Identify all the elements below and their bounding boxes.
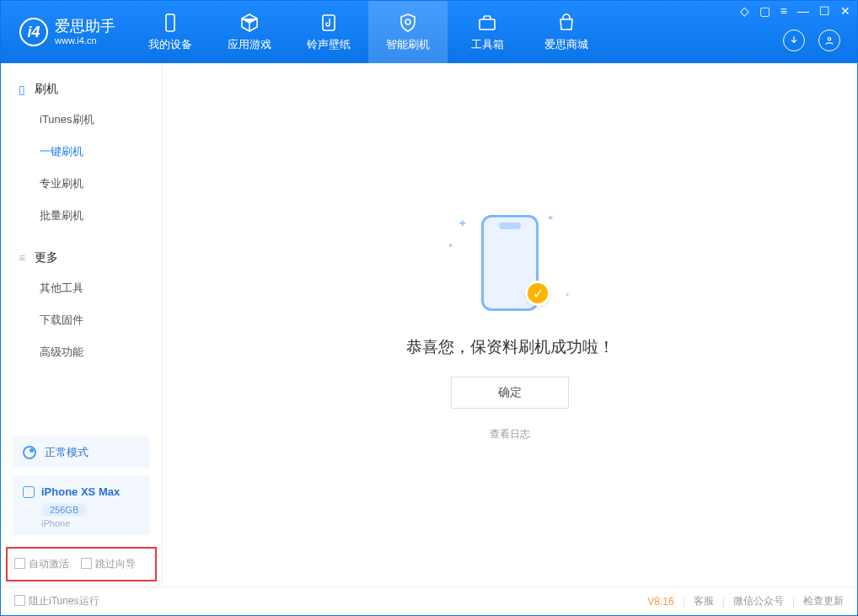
- result-panel: ✦ ✦ ✦ • ✓ 恭喜您，保资料刷机成功啦！ 确定 查看日志: [406, 208, 614, 442]
- tab-apps[interactable]: 应用游戏: [210, 1, 289, 63]
- app-window: i4 爱思助手 www.i4.cn 我的设备 应用游戏 铃声壁纸 智能刷机: [0, 0, 858, 616]
- list-icon: ≡: [16, 252, 28, 264]
- device-capacity: 256GB: [41, 503, 87, 517]
- device-mode[interactable]: 正常模式: [13, 437, 150, 469]
- user-button[interactable]: [818, 29, 840, 51]
- tab-ringtone[interactable]: 铃声壁纸: [289, 1, 368, 63]
- tab-label: 爱思商城: [544, 37, 588, 52]
- sidebar-item-advanced[interactable]: 高级功能: [1, 336, 162, 368]
- ok-button[interactable]: 确定: [451, 377, 569, 409]
- svg-point-4: [828, 38, 831, 41]
- sidebar-status: 正常模式 iPhone XS Max 256GB iPhone: [1, 430, 162, 542]
- app-url: www.i4.cn: [55, 35, 115, 46]
- sidebar-item-other[interactable]: 其他工具: [1, 272, 162, 304]
- svg-rect-0: [166, 14, 174, 31]
- close-button[interactable]: ✕: [840, 4, 850, 18]
- theme-icon[interactable]: ◇: [740, 4, 749, 18]
- menu-icon[interactable]: ≡: [780, 4, 787, 18]
- view-log-link[interactable]: 查看日志: [490, 427, 530, 442]
- shield-icon: [397, 12, 419, 34]
- group-title: 更多: [35, 250, 58, 265]
- music-icon: [318, 12, 340, 34]
- svg-rect-3: [480, 19, 495, 29]
- status-bar: 阻止iTunes运行 V8.16 | 客服 | 微信公众号 | 检查更新: [1, 587, 857, 615]
- auto-activate-checkbox[interactable]: 自动激活: [14, 557, 69, 571]
- support-link[interactable]: 客服: [694, 594, 714, 608]
- app-name: 爱思助手: [55, 19, 115, 35]
- main-content: ✦ ✦ ✦ • ✓ 恭喜您，保资料刷机成功啦！ 确定 查看日志: [163, 63, 857, 587]
- mode-icon: [23, 446, 36, 459]
- device-name: iPhone XS Max: [41, 485, 120, 498]
- app-logo: i4 爱思助手 www.i4.cn: [1, 18, 131, 46]
- success-illustration: ✦ ✦ ✦ • ✓: [442, 208, 577, 318]
- sidebar-item-onekey[interactable]: 一键刷机: [1, 136, 162, 168]
- svg-rect-1: [323, 15, 335, 30]
- window-controls: ◇ ▢ ≡ — ☐ ✕: [740, 4, 850, 18]
- sidebar: ▯ 刷机 iTunes刷机 一键刷机 专业刷机 批量刷机 ≡ 更多 其他工具 下…: [1, 63, 163, 587]
- sidebar-nav: ▯ 刷机 iTunes刷机 一键刷机 专业刷机 批量刷机 ≡ 更多 其他工具 下…: [1, 63, 162, 430]
- title-bar: i4 爱思助手 www.i4.cn 我的设备 应用游戏 铃声壁纸 智能刷机: [1, 1, 857, 63]
- mode-label: 正常模式: [45, 445, 88, 460]
- tab-store[interactable]: 爱思商城: [527, 1, 606, 63]
- bag-icon: [555, 12, 577, 34]
- toolbox-icon: [476, 12, 498, 34]
- tab-label: 应用游戏: [228, 37, 271, 52]
- feedback-icon[interactable]: ▢: [759, 4, 770, 18]
- sidebar-item-pro[interactable]: 专业刷机: [1, 168, 162, 200]
- group-title: 刷机: [35, 82, 58, 97]
- sidebar-group-flash: ▯ 刷机: [1, 75, 162, 104]
- body: ▯ 刷机 iTunes刷机 一键刷机 专业刷机 批量刷机 ≡ 更多 其他工具 下…: [1, 63, 857, 587]
- sidebar-bottom-options: 自动激活 跳过向导: [6, 547, 157, 581]
- download-button[interactable]: [783, 29, 805, 51]
- tab-label: 工具箱: [471, 37, 504, 52]
- device-type: iPhone: [41, 518, 140, 528]
- maximize-button[interactable]: ☐: [819, 4, 830, 18]
- block-itunes-checkbox[interactable]: 阻止iTunes运行: [14, 594, 99, 608]
- sidebar-item-batch[interactable]: 批量刷机: [1, 200, 162, 232]
- cube-icon: [239, 12, 260, 34]
- tab-label: 智能刷机: [386, 37, 430, 52]
- logo-icon: i4: [19, 18, 48, 46]
- minimize-button[interactable]: —: [797, 4, 809, 18]
- check-update-link[interactable]: 检查更新: [803, 594, 844, 608]
- device-icon: [23, 486, 35, 498]
- result-title: 恭喜您，保资料刷机成功啦！: [406, 336, 614, 358]
- device-card[interactable]: iPhone XS Max 256GB iPhone: [13, 475, 150, 535]
- tab-toolbox[interactable]: 工具箱: [448, 1, 527, 63]
- skip-wizard-checkbox[interactable]: 跳过向导: [81, 557, 136, 571]
- sidebar-item-itunes[interactable]: iTunes刷机: [1, 104, 162, 136]
- check-badge-icon: ✓: [525, 281, 550, 306]
- version-label: V8.16: [647, 596, 673, 608]
- header-right-buttons: [783, 29, 840, 51]
- tab-label: 我的设备: [148, 37, 192, 52]
- tab-label: 铃声壁纸: [307, 37, 351, 52]
- wechat-link[interactable]: 微信公众号: [733, 594, 784, 608]
- sidebar-item-firmware[interactable]: 下载固件: [1, 304, 162, 336]
- tab-device[interactable]: 我的设备: [131, 1, 210, 63]
- phone-icon: ▯: [16, 83, 28, 95]
- tab-flash[interactable]: 智能刷机: [368, 1, 448, 63]
- top-tabs: 我的设备 应用游戏 铃声壁纸 智能刷机 工具箱 爱思商城: [131, 1, 606, 63]
- sidebar-group-more: ≡ 更多: [1, 244, 162, 272]
- device-icon: [159, 12, 181, 34]
- svg-point-2: [405, 19, 410, 24]
